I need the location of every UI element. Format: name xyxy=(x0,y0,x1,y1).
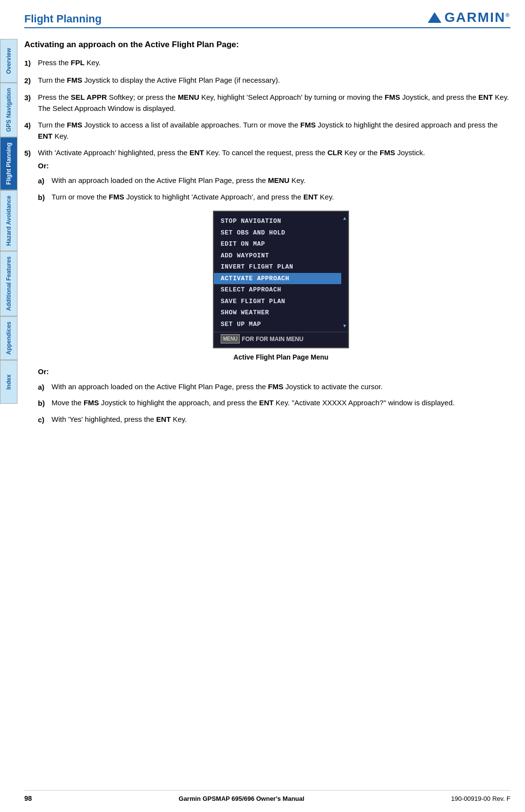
step-4-content: Turn the FMS Joystick to access a list o… xyxy=(38,120,510,142)
menu-item-save-flight-plan[interactable]: Save Flight Plan xyxy=(214,296,341,307)
step-2-number: 2) xyxy=(24,75,38,87)
menu-with-scroll: Stop Navigation Set OBS and Hold Edit on… xyxy=(214,216,348,330)
menu-footer: MENU for for Main Menu xyxy=(214,332,348,344)
footer-part-number: 190-00919-00 Rev. F xyxy=(451,795,510,802)
side-tabs: Overview GPS Navigation Flight Planning … xyxy=(0,39,18,404)
sub-step-a1: a) With an approach loaded on the Active… xyxy=(38,175,510,187)
sidebar-item-hazard-avoidance[interactable]: Hazard Avoidance xyxy=(0,190,18,251)
page-title: Flight Planning xyxy=(24,13,102,25)
sidebar-item-additional-features[interactable]: Additional Features xyxy=(0,251,18,316)
step-5: 5) With 'Activate Approach' highlighted,… xyxy=(24,147,510,430)
sub-step-c2-content: With 'Yes' highlighted, press the ENT Ke… xyxy=(52,414,187,426)
sub-step-c2: c) With 'Yes' highlighted, press the ENT… xyxy=(38,414,510,426)
menu-scroll-col: ▲ ▼ xyxy=(341,216,348,330)
sub-step-b1: b) Turn or move the FMS Joystick to high… xyxy=(38,192,510,203)
sidebar-label-index: Index xyxy=(5,374,12,389)
sub-step-a1-content: With an approach loaded on the Active Fl… xyxy=(52,175,306,187)
sub-step-b1-label: b) xyxy=(38,192,52,203)
step-1: 1) Press the FPL Key. xyxy=(24,57,510,69)
menu-screenshot-container: Stop Navigation Set OBS and Hold Edit on… xyxy=(52,211,510,362)
garmin-triangle-icon xyxy=(428,12,441,23)
menu-item-invert-flight-plan[interactable]: Invert Flight Plan xyxy=(214,261,341,273)
menu-items-col: Stop Navigation Set OBS and Hold Edit on… xyxy=(214,216,341,330)
menu-screenshot: Stop Navigation Set OBS and Hold Edit on… xyxy=(213,211,349,348)
menu-key-label: MENU xyxy=(221,334,240,343)
sidebar-label-appendices: Appendices xyxy=(5,322,12,355)
scroll-up-icon: ▲ xyxy=(343,217,346,221)
menu-item-edit-on-map[interactable]: Edit on Map xyxy=(214,238,341,250)
menu-item-select-approach[interactable]: Select Approach xyxy=(214,284,341,296)
garmin-logo: GARMIN® xyxy=(428,10,510,25)
sub-step-b2-label: b) xyxy=(38,397,52,409)
footer-manual-title: Garmin GPSMAP 695/696 Owner's Manual xyxy=(179,795,305,802)
footer-page-number: 98 xyxy=(24,794,32,802)
or-label-1: Or: xyxy=(38,161,510,172)
sidebar-item-index[interactable]: Index xyxy=(0,360,18,404)
menu-footer-text: for for Main Menu xyxy=(242,335,303,343)
sub-step-b2: b) Move the FMS Joystick to highlight th… xyxy=(38,397,510,409)
sidebar-label-hazard-avoidance: Hazard Avoidance xyxy=(5,196,12,246)
sub-step-b1-content: Turn or move the FMS Joystick to highlig… xyxy=(52,192,334,203)
step-3: 3) Press the SEL APPR Softkey; or press … xyxy=(24,92,510,114)
menu-item-set-obs[interactable]: Set OBS and Hold xyxy=(214,227,341,239)
step-5-number: 5) xyxy=(24,147,38,430)
step-4-number: 4) xyxy=(24,120,38,142)
sidebar-label-gps-navigation: GPS Navigation xyxy=(5,88,12,132)
menu-item-show-weather[interactable]: Show Weather xyxy=(214,307,341,319)
garmin-brand-text: GARMIN® xyxy=(444,10,510,25)
step-2-content: Turn the FMS Joystick to display the Act… xyxy=(38,75,510,87)
menu-item-stop-navigation[interactable]: Stop Navigation xyxy=(214,216,341,227)
step-1-number: 1) xyxy=(24,57,38,69)
sub-steps-a-list: a) With an approach loaded on the Active… xyxy=(38,175,510,203)
sidebar-item-flight-planning[interactable]: Flight Planning xyxy=(0,137,18,190)
menu-item-add-waypoint[interactable]: Add Waypoint xyxy=(214,250,341,262)
step-3-number: 3) xyxy=(24,92,38,114)
main-content: Flight Planning GARMIN® Activating an ap… xyxy=(24,0,510,465)
sub-step-a2-content: With an approach loaded on the Active Fl… xyxy=(52,381,383,393)
sidebar-label-flight-planning: Flight Planning xyxy=(5,143,12,185)
sub-steps-b-list: a) With an approach loaded on the Active… xyxy=(38,381,510,426)
sidebar-label-additional-features: Additional Features xyxy=(5,256,12,311)
step-1-content: Press the FPL Key. xyxy=(38,57,510,69)
scroll-down-icon: ▼ xyxy=(343,324,346,329)
menu-caption: Active Flight Plan Page Menu xyxy=(233,352,328,362)
sidebar-label-overview: Overview xyxy=(5,48,12,73)
sidebar-item-gps-navigation[interactable]: GPS Navigation xyxy=(0,83,18,137)
step-5-content: With 'Activate Approach' highlighted, pr… xyxy=(38,147,510,430)
step-4: 4) Turn the FMS Joystick to access a lis… xyxy=(24,120,510,142)
numbered-steps-list: 1) Press the FPL Key. 2) Turn the FMS Jo… xyxy=(24,57,510,430)
page-footer: 98 Garmin GPSMAP 695/696 Owner's Manual … xyxy=(24,790,510,802)
page-header: Flight Planning GARMIN® xyxy=(24,10,510,28)
sub-step-a2: a) With an approach loaded on the Active… xyxy=(38,381,510,393)
menu-item-activate-approach[interactable]: Activate Approach xyxy=(214,273,341,285)
sidebar-item-overview[interactable]: Overview xyxy=(0,39,18,83)
sub-step-a2-label: a) xyxy=(38,381,52,393)
sub-step-c2-label: c) xyxy=(38,414,52,426)
section-heading: Activating an approach on the Active Fli… xyxy=(24,40,510,50)
or-label-2: Or: xyxy=(38,366,510,378)
sidebar-item-appendices[interactable]: Appendices xyxy=(0,316,18,360)
menu-item-set-up-map[interactable]: Set Up Map xyxy=(214,319,341,330)
sub-step-b2-content: Move the FMS Joystick to highlight the a… xyxy=(52,397,455,409)
sub-step-a1-label: a) xyxy=(38,175,52,187)
step-2: 2) Turn the FMS Joystick to display the … xyxy=(24,75,510,87)
step-3-content: Press the SEL APPR Softkey; or press the… xyxy=(38,92,510,114)
